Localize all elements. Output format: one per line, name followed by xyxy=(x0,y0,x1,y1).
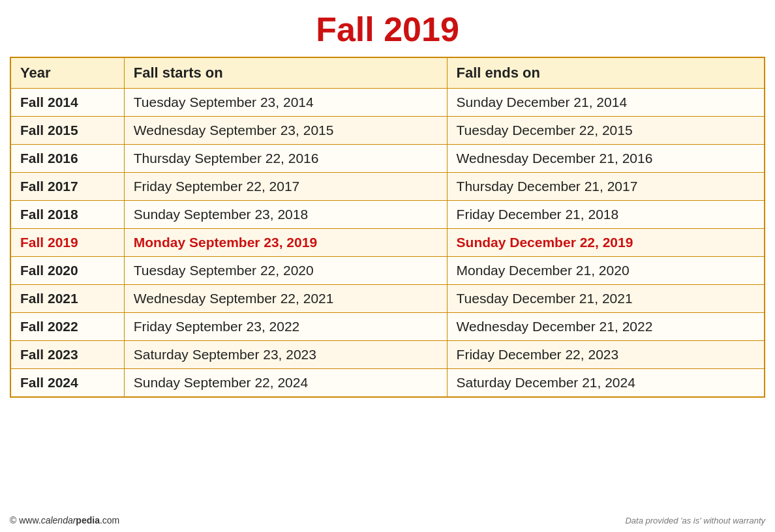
cell-ends: Wednesday December 21, 2022 xyxy=(447,313,765,341)
cell-year: Fall 2019 xyxy=(10,229,124,257)
cell-year: Fall 2021 xyxy=(10,285,124,313)
cell-ends: Friday December 22, 2023 xyxy=(447,341,765,369)
cell-year: Fall 2022 xyxy=(10,313,124,341)
table-row: Fall 2022Friday September 23, 2022Wednes… xyxy=(10,313,765,341)
cell-year: Fall 2020 xyxy=(10,257,124,285)
cell-ends: Friday December 21, 2018 xyxy=(447,201,765,229)
cell-starts: Friday September 23, 2022 xyxy=(124,313,447,341)
cell-year: Fall 2023 xyxy=(10,341,124,369)
fall-dates-table: Year Fall starts on Fall ends on Fall 20… xyxy=(10,57,765,398)
table-header-row: Year Fall starts on Fall ends on xyxy=(10,57,765,89)
cell-starts: Monday September 23, 2019 xyxy=(124,229,447,257)
page-title: Fall 2019 xyxy=(316,10,459,49)
table-row: Fall 2024Sunday September 22, 2024Saturd… xyxy=(10,369,765,398)
cell-starts: Tuesday September 23, 2014 xyxy=(124,89,447,117)
cell-ends: Monday December 21, 2020 xyxy=(447,257,765,285)
cell-year: Fall 2016 xyxy=(10,145,124,173)
table-row: Fall 2016Thursday September 22, 2016Wedn… xyxy=(10,145,765,173)
cell-starts: Saturday September 23, 2023 xyxy=(124,341,447,369)
col-header-year: Year xyxy=(10,57,124,89)
cell-starts: Thursday September 22, 2016 xyxy=(124,145,447,173)
cell-year: Fall 2014 xyxy=(10,89,124,117)
footer: © www.calendarpedia.com Data provided 'a… xyxy=(10,515,765,525)
table-row: Fall 2014Tuesday September 23, 2014Sunda… xyxy=(10,89,765,117)
col-header-ends: Fall ends on xyxy=(447,57,765,89)
data-table-container: Year Fall starts on Fall ends on Fall 20… xyxy=(10,57,765,511)
cell-ends: Sunday December 21, 2014 xyxy=(447,89,765,117)
table-row: Fall 2019Monday September 23, 2019Sunday… xyxy=(10,229,765,257)
cell-ends: Tuesday December 22, 2015 xyxy=(447,117,765,145)
table-row: Fall 2015Wednesday September 23, 2015Tue… xyxy=(10,117,765,145)
cell-year: Fall 2015 xyxy=(10,117,124,145)
cell-year: Fall 2018 xyxy=(10,201,124,229)
cell-ends: Thursday December 21, 2017 xyxy=(447,173,765,201)
table-row: Fall 2020Tuesday September 22, 2020Monda… xyxy=(10,257,765,285)
cell-ends: Saturday December 21, 2024 xyxy=(447,369,765,398)
cell-year: Fall 2017 xyxy=(10,173,124,201)
cell-starts: Sunday September 22, 2024 xyxy=(124,369,447,398)
cell-starts: Tuesday September 22, 2020 xyxy=(124,257,447,285)
cell-starts: Wednesday September 22, 2021 xyxy=(124,285,447,313)
footer-disclaimer: Data provided 'as is' without warranty xyxy=(625,516,765,525)
cell-starts: Wednesday September 23, 2015 xyxy=(124,117,447,145)
table-row: Fall 2021Wednesday September 22, 2021Tue… xyxy=(10,285,765,313)
cell-year: Fall 2024 xyxy=(10,369,124,398)
cell-ends: Wednesday December 21, 2016 xyxy=(447,145,765,173)
cell-starts: Sunday September 23, 2018 xyxy=(124,201,447,229)
table-row: Fall 2023Saturday September 23, 2023Frid… xyxy=(10,341,765,369)
cell-ends: Tuesday December 21, 2021 xyxy=(447,285,765,313)
cell-ends: Sunday December 22, 2019 xyxy=(447,229,765,257)
col-header-starts: Fall starts on xyxy=(124,57,447,89)
table-row: Fall 2018Sunday September 23, 2018Friday… xyxy=(10,201,765,229)
table-row: Fall 2017Friday September 22, 2017Thursd… xyxy=(10,173,765,201)
footer-copyright: © www.calendarpedia.com xyxy=(10,515,119,525)
cell-starts: Friday September 22, 2017 xyxy=(124,173,447,201)
